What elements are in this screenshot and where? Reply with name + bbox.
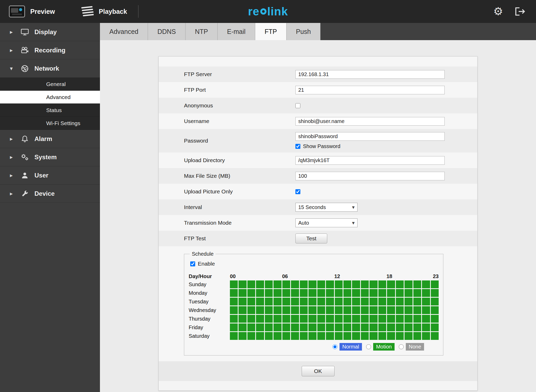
schedule-cell[interactable] bbox=[230, 280, 238, 288]
schedule-cell[interactable] bbox=[361, 323, 369, 331]
schedule-cell[interactable] bbox=[308, 298, 316, 305]
schedule-cell[interactable] bbox=[265, 280, 273, 288]
schedule-cell[interactable] bbox=[387, 323, 395, 331]
sidebar-item-user[interactable]: ▶ User bbox=[0, 166, 100, 185]
schedule-cell[interactable] bbox=[431, 280, 439, 288]
transmission-mode-select[interactable]: Auto ▼ bbox=[295, 218, 358, 227]
schedule-cell[interactable] bbox=[230, 323, 238, 331]
schedule-cell[interactable] bbox=[404, 315, 412, 323]
schedule-cell[interactable] bbox=[300, 289, 308, 297]
schedule-cell[interactable] bbox=[335, 306, 343, 314]
schedule-cell[interactable] bbox=[239, 289, 246, 297]
schedule-cell[interactable] bbox=[343, 323, 351, 331]
schedule-cell[interactable] bbox=[370, 280, 377, 288]
schedule-cell[interactable] bbox=[326, 306, 334, 314]
playback-nav[interactable]: Playback bbox=[80, 6, 127, 17]
schedule-cell[interactable] bbox=[404, 323, 412, 331]
schedule-cell[interactable] bbox=[300, 306, 308, 314]
schedule-cell[interactable] bbox=[387, 315, 395, 323]
schedule-cell[interactable] bbox=[291, 298, 299, 305]
schedule-cell[interactable] bbox=[326, 332, 334, 340]
schedule-cell[interactable] bbox=[291, 306, 299, 314]
schedule-cell[interactable] bbox=[273, 298, 281, 305]
schedule-cell[interactable] bbox=[265, 315, 273, 323]
schedule-cell[interactable] bbox=[396, 280, 404, 288]
schedule-cell[interactable] bbox=[404, 280, 412, 288]
ftp-server-input[interactable] bbox=[295, 70, 445, 79]
schedule-cell[interactable] bbox=[378, 280, 386, 288]
schedule-cell[interactable] bbox=[326, 298, 334, 305]
schedule-cell[interactable] bbox=[239, 332, 246, 340]
schedule-cell[interactable] bbox=[431, 298, 439, 305]
schedule-cell[interactable] bbox=[239, 323, 246, 331]
schedule-cell[interactable] bbox=[256, 315, 264, 323]
username-input[interactable] bbox=[295, 117, 445, 126]
schedule-cell[interactable] bbox=[256, 306, 264, 314]
schedule-cell[interactable] bbox=[273, 280, 281, 288]
schedule-cell[interactable] bbox=[239, 280, 246, 288]
schedule-cell[interactable] bbox=[282, 315, 290, 323]
schedule-cell[interactable] bbox=[256, 298, 264, 305]
schedule-cell[interactable] bbox=[230, 298, 238, 305]
schedule-cell[interactable] bbox=[378, 323, 386, 331]
tab-ntp[interactable]: NTP bbox=[186, 23, 218, 40]
schedule-cell[interactable] bbox=[352, 315, 360, 323]
schedule-cell[interactable] bbox=[317, 332, 325, 340]
schedule-cell[interactable] bbox=[335, 332, 343, 340]
schedule-cell[interactable] bbox=[308, 332, 316, 340]
settings-gear-icon[interactable]: ⚙ bbox=[493, 6, 503, 17]
schedule-cell[interactable] bbox=[247, 332, 255, 340]
schedule-cell[interactable] bbox=[326, 280, 334, 288]
schedule-cell[interactable] bbox=[273, 332, 281, 340]
schedule-cell[interactable] bbox=[291, 315, 299, 323]
schedule-cell[interactable] bbox=[256, 323, 264, 331]
schedule-cell[interactable] bbox=[352, 298, 360, 305]
schedule-cell[interactable] bbox=[308, 323, 316, 331]
schedule-cell[interactable] bbox=[265, 332, 273, 340]
schedule-enable-checkbox[interactable] bbox=[190, 261, 195, 266]
schedule-cell[interactable] bbox=[317, 306, 325, 314]
schedule-cell[interactable] bbox=[361, 315, 369, 323]
sidebar-item-device[interactable]: ▶ Device bbox=[0, 185, 100, 203]
schedule-cell[interactable] bbox=[413, 306, 421, 314]
tab-email[interactable]: E-mail bbox=[218, 23, 255, 40]
schedule-cell[interactable] bbox=[422, 332, 430, 340]
schedule-cell[interactable] bbox=[413, 332, 421, 340]
schedule-cell[interactable] bbox=[247, 289, 255, 297]
schedule-cell[interactable] bbox=[300, 298, 308, 305]
schedule-cell[interactable] bbox=[265, 289, 273, 297]
schedule-cell[interactable] bbox=[335, 323, 343, 331]
schedule-cell[interactable] bbox=[317, 323, 325, 331]
tab-push[interactable]: Push bbox=[287, 23, 320, 40]
schedule-cell[interactable] bbox=[282, 306, 290, 314]
schedule-cell[interactable] bbox=[230, 289, 238, 297]
preview-nav[interactable]: Preview bbox=[9, 5, 55, 17]
schedule-cell[interactable] bbox=[413, 323, 421, 331]
schedule-cell[interactable] bbox=[317, 280, 325, 288]
anonymous-checkbox[interactable] bbox=[295, 103, 300, 108]
schedule-cell[interactable] bbox=[431, 332, 439, 340]
schedule-cell[interactable] bbox=[422, 323, 430, 331]
max-file-size-input[interactable] bbox=[295, 172, 445, 180]
schedule-cell[interactable] bbox=[247, 280, 255, 288]
schedule-cell[interactable] bbox=[326, 323, 334, 331]
schedule-cell[interactable] bbox=[352, 280, 360, 288]
schedule-cell[interactable] bbox=[361, 280, 369, 288]
schedule-cell[interactable] bbox=[361, 332, 369, 340]
tab-ddns[interactable]: DDNS bbox=[148, 23, 186, 40]
schedule-cell[interactable] bbox=[291, 323, 299, 331]
schedule-cell[interactable] bbox=[273, 289, 281, 297]
ftp-test-button[interactable]: Test bbox=[295, 234, 327, 243]
tab-advanced[interactable]: Advanced bbox=[100, 23, 148, 40]
schedule-cell[interactable] bbox=[422, 298, 430, 305]
schedule-cell[interactable] bbox=[265, 298, 273, 305]
schedule-cell[interactable] bbox=[343, 306, 351, 314]
schedule-cell[interactable] bbox=[247, 298, 255, 305]
schedule-cell[interactable] bbox=[370, 315, 377, 323]
sidebar-item-general[interactable]: General bbox=[0, 78, 100, 91]
schedule-cell[interactable] bbox=[282, 323, 290, 331]
schedule-cell[interactable] bbox=[335, 298, 343, 305]
schedule-cell[interactable] bbox=[300, 280, 308, 288]
schedule-cell[interactable] bbox=[343, 332, 351, 340]
tab-ftp[interactable]: FTP bbox=[255, 23, 287, 40]
